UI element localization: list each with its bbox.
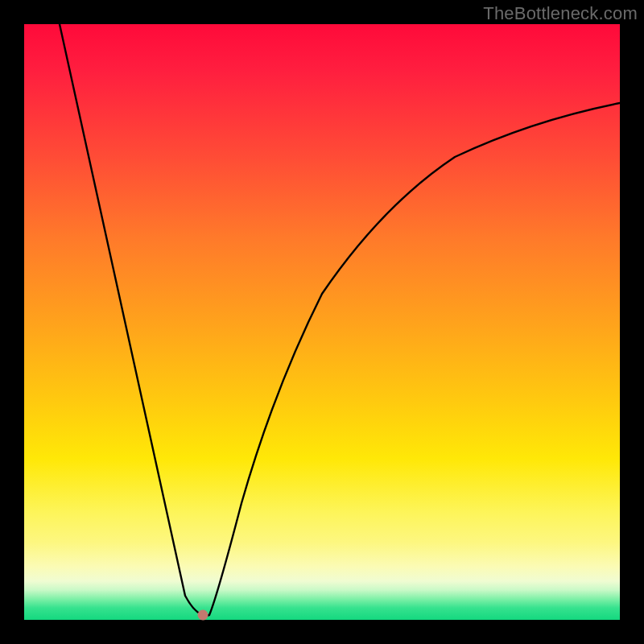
highlight-dot <box>198 610 208 621</box>
curve-path <box>60 24 620 616</box>
bottleneck-curve <box>24 24 620 620</box>
chart-frame <box>24 24 620 620</box>
watermark-text: TheBottleneck.com <box>483 3 638 24</box>
